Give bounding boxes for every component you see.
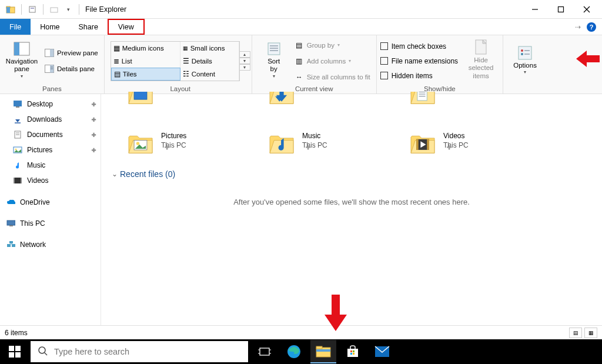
large-icons-view-button[interactable]: ▦	[584, 328, 597, 338]
folder-downloads-icon	[268, 92, 296, 111]
sidebar-root-onedrive[interactable]: OneDrive	[0, 194, 101, 211]
chevron-down-icon: ⌄	[112, 170, 118, 178]
sidebar-item-documents[interactable]: Documents✖	[0, 127, 101, 142]
svg-rect-7	[558, 6, 564, 12]
tile-music[interactable]: MusicThis PC✖	[266, 129, 395, 167]
navigation-pane[interactable]: Desktop✖Downloads✖Documents✖Pictures✖Mus…	[0, 94, 101, 325]
sidebar-item-videos[interactable]: Videos	[0, 173, 101, 188]
sidebar-item-desktop[interactable]: Desktop✖	[0, 96, 101, 112]
svg-rect-63	[15, 346, 21, 351]
sidebar-root-this-pc[interactable]: This PC	[0, 215, 101, 232]
edge-taskbar-icon[interactable]	[281, 340, 307, 363]
tile-documents[interactable]: This PC✖	[407, 92, 536, 118]
size-all-columns-button[interactable]: ↔Size all columns to fit	[292, 70, 373, 84]
sidebar-item-downloads[interactable]: Downloads✖	[0, 112, 101, 127]
onedrive-icon	[6, 198, 15, 207]
layout-list[interactable]: ≣List	[111, 55, 180, 68]
layout-down-icon[interactable]: ▾	[240, 58, 250, 64]
tile-downloads[interactable]: This PC✖	[266, 92, 395, 118]
details-pane-button[interactable]: Details pane	[42, 62, 101, 76]
svg-rect-43	[7, 244, 11, 247]
annotation-arrow-right	[576, 51, 600, 69]
folder-icon	[13, 176, 22, 185]
svg-rect-38	[14, 178, 22, 183]
layout-content[interactable]: ☷Content	[180, 68, 239, 81]
ribbon-right: ⇢ ?	[575, 19, 602, 35]
file-name-extensions-checkbox[interactable]: File name extensions	[380, 55, 458, 68]
customize-qat-dropdown-icon[interactable]: ▾	[62, 4, 74, 15]
svg-rect-68	[260, 348, 269, 355]
minimize-button[interactable]	[522, 1, 548, 18]
mail-taskbar-icon[interactable]	[369, 340, 395, 363]
tile-pictures[interactable]: PicturesThis PC✖	[125, 129, 254, 167]
svg-rect-42	[9, 225, 13, 226]
sort-by-button[interactable]: Sort by ▾	[256, 38, 292, 81]
sidebar-item-pictures[interactable]: Pictures✖	[0, 142, 101, 158]
taskbar-search[interactable]: Type here to search	[31, 341, 248, 362]
microsoft-store-taskbar-icon[interactable]	[340, 340, 366, 363]
tab-view[interactable]: View	[108, 19, 145, 35]
item-check-boxes-checkbox[interactable]: Item check boxes	[380, 40, 458, 53]
group-by-button[interactable]: ▤Group by▾	[292, 38, 373, 52]
add-columns-button[interactable]: ▥Add columns▾	[292, 54, 373, 68]
svg-marker-31	[15, 116, 20, 122]
svg-rect-78	[350, 350, 352, 352]
navigation-pane-button[interactable]: Navigation pane ▾	[4, 38, 40, 81]
hide-selected-items-button[interactable]: Hide selected items	[463, 38, 499, 81]
explorer-app-icon	[6, 5, 15, 14]
tab-file[interactable]: File	[0, 19, 31, 35]
svg-rect-80	[350, 353, 352, 355]
layout-medium-icons[interactable]: ▦Medium icons	[111, 42, 180, 55]
layout-details[interactable]: ☰Details	[180, 55, 239, 68]
tab-home[interactable]: Home	[31, 19, 69, 35]
sidebar-root-network[interactable]: Network	[0, 236, 101, 253]
hidden-items-checkbox[interactable]: Hidden items	[380, 69, 458, 82]
help-icon[interactable]: ?	[587, 22, 596, 32]
layout-gallery[interactable]: ▦Medium icons ▦Small icons ≣List ☰Detail…	[111, 41, 240, 81]
svg-rect-47	[134, 92, 147, 99]
tile-desktop[interactable]: This PC✖	[125, 92, 254, 118]
svg-rect-59	[427, 139, 429, 150]
status-item-count: 6 items	[5, 329, 28, 337]
layout-up-icon[interactable]: ▴	[240, 51, 250, 58]
tile-videos[interactable]: VideosThis PC✖	[407, 129, 536, 167]
maximize-button[interactable]	[548, 1, 574, 18]
folder-videos-icon	[409, 132, 437, 160]
title-bar: ▾ File Explorer	[0, 0, 602, 19]
close-button[interactable]	[574, 1, 600, 18]
preview-pane-button[interactable]: Preview pane	[42, 46, 101, 60]
minimize-ribbon-icon[interactable]: ⇢	[575, 23, 581, 31]
sidebar-item-music[interactable]: Music	[0, 158, 101, 173]
properties-icon[interactable]	[26, 4, 38, 15]
details-view-button[interactable]: ▤	[569, 328, 582, 338]
svg-point-24	[521, 49, 523, 52]
folder-icon	[13, 161, 22, 170]
svg-rect-23	[519, 46, 531, 59]
options-button[interactable]: Options ▾	[507, 38, 543, 81]
new-folder-icon[interactable]	[48, 4, 60, 15]
content-area[interactable]: This PC✖This PC✖This PC✖ PicturesThis PC…	[101, 94, 602, 325]
ribbon-tabs: File Home Share View ⇢ ?	[0, 19, 602, 35]
start-button[interactable]	[2, 340, 27, 363]
svg-point-55	[136, 142, 139, 145]
recent-files-header[interactable]: ⌄ Recent files (0)	[112, 169, 596, 179]
layout-tiles[interactable]: ▤Tiles	[111, 68, 180, 81]
svg-marker-61	[325, 295, 347, 331]
svg-line-67	[45, 353, 47, 355]
svg-rect-81	[353, 353, 354, 355]
svg-rect-41	[7, 221, 15, 225]
svg-marker-28	[576, 51, 600, 67]
layout-small-icons[interactable]: ▦Small icons	[180, 42, 239, 55]
svg-rect-3	[29, 6, 35, 12]
size-columns-icon: ↔	[295, 72, 304, 82]
layout-more-icon[interactable]: ▾	[240, 64, 250, 71]
checkbox-icon	[380, 42, 388, 50]
task-view-button[interactable]	[252, 340, 277, 363]
svg-rect-2	[6, 7, 10, 13]
folder-icon	[13, 130, 22, 139]
tab-share[interactable]: Share	[69, 19, 108, 35]
quick-access-toolbar: ▾	[19, 4, 82, 15]
preview-pane-icon	[45, 48, 54, 58]
ribbon-group-options: Options ▾	[503, 35, 547, 93]
file-explorer-taskbar-icon[interactable]	[310, 340, 336, 363]
